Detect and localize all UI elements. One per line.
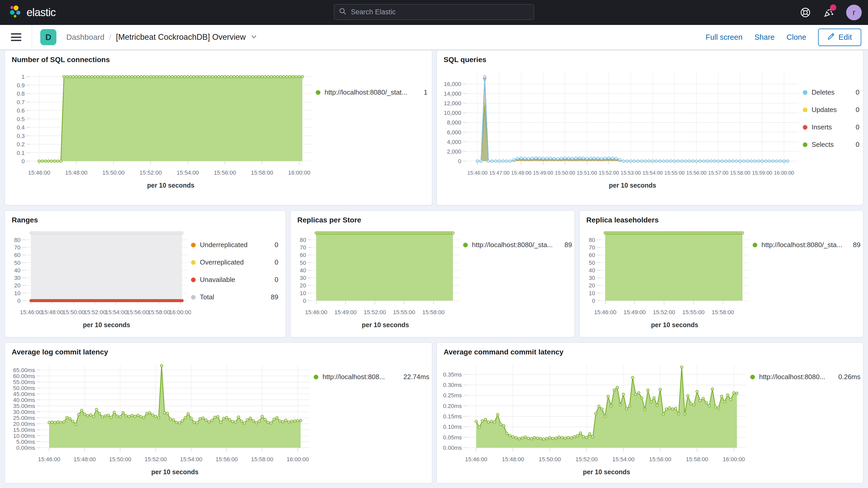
svg-text:50: 50 [14, 260, 21, 266]
search-input[interactable] [350, 8, 518, 17]
svg-text:15:47:00: 15:47:00 [489, 170, 509, 176]
legend-item[interactable]: http://localhost:808...22.74ms [314, 373, 429, 381]
legend-item[interactable]: Selects0 [803, 141, 860, 149]
help-icon[interactable] [799, 6, 811, 19]
legend-value: 0 [856, 106, 860, 114]
legend-value: 1 [424, 88, 428, 96]
svg-text:10: 10 [14, 290, 21, 297]
sql-connections-legend: http://localhost:8080/_stat...1 [316, 88, 428, 193]
svg-text:per 10 seconds: per 10 seconds [147, 182, 194, 189]
legend-value: 89 [564, 241, 572, 249]
svg-text:4,000: 4,000 [447, 139, 461, 145]
avg-command-commit-latency-plot[interactable]: 0.35ms0.30ms0.25ms0.20ms0.15ms0.10ms0.05… [441, 358, 750, 478]
legend-label: http://localhost:8080/_stat... [324, 88, 416, 96]
legend-label: Inserts [812, 123, 848, 131]
svg-text:0: 0 [458, 158, 461, 164]
global-search[interactable] [334, 4, 534, 20]
svg-text:0: 0 [303, 298, 306, 304]
svg-text:15:58:00: 15:58:00 [251, 170, 273, 176]
clone-link[interactable]: Clone [787, 33, 806, 41]
svg-text:15:52:00: 15:52:00 [599, 170, 619, 176]
sql-connections-plot[interactable]: 10.90.80.70.60.50.40.30.20.1015:46:0015:… [9, 65, 316, 193]
elastic-logo-icon [7, 4, 22, 21]
legend-item[interactable]: Unavailable0 [191, 276, 278, 284]
svg-text:15:50:00: 15:50:00 [102, 170, 125, 176]
panel-avg-command-commit-latency: Average command commit latency 0.35ms0.3… [437, 342, 863, 483]
svg-text:15:48:00: 15:48:00 [511, 170, 531, 176]
full-screen-link[interactable]: Full screen [706, 33, 742, 41]
svg-text:30: 30 [14, 275, 21, 281]
legend-label: Unavailable [200, 276, 268, 284]
legend-item[interactable]: Total89 [191, 293, 278, 301]
svg-text:50: 50 [300, 260, 306, 266]
legend-item[interactable]: Inserts0 [803, 123, 860, 131]
panel-title[interactable]: Average log commit latency [5, 343, 432, 356]
svg-text:per 10 seconds: per 10 seconds [151, 468, 198, 476]
sql-queries-legend: Deletes0Updates0Inserts0Selects0 [803, 88, 860, 193]
breadcrumb: Dashboard / [Metricbeat CockroachDB] Ove… [66, 32, 257, 42]
legend-swatch-icon [803, 90, 807, 95]
svg-text:0.30ms: 0.30ms [443, 382, 462, 388]
chevron-down-icon[interactable] [250, 33, 257, 41]
svg-text:60: 60 [589, 252, 595, 258]
svg-text:10: 10 [300, 290, 306, 297]
elastic-brand[interactable]: elastic [7, 4, 56, 21]
svg-text:0: 0 [18, 298, 21, 304]
svg-text:80: 80 [14, 237, 21, 243]
svg-text:15:52:00: 15:52:00 [653, 309, 675, 315]
legend-item[interactable]: Underreplicated0 [191, 241, 278, 249]
svg-text:0.00ms: 0.00ms [443, 445, 462, 451]
svg-text:15:46:00: 15:46:00 [20, 309, 42, 315]
panel-title[interactable]: SQL queries [437, 51, 863, 64]
edit-button[interactable]: Edit [818, 29, 861, 46]
legend-item[interactable]: http://localhost:8080/_sta...89 [753, 241, 861, 249]
legend-item[interactable]: Deletes0 [803, 88, 860, 96]
svg-text:15:46:00: 15:46:00 [28, 170, 51, 176]
svg-text:15:50:00: 15:50:00 [555, 170, 575, 176]
svg-text:15:54:00: 15:54:00 [177, 170, 199, 176]
svg-text:15:56:00: 15:56:00 [215, 456, 238, 462]
svg-text:15:49:00: 15:49:00 [623, 309, 646, 315]
legend-swatch-icon [314, 375, 318, 379]
app-header: elastic r [0, 0, 868, 25]
svg-text:15:48:00: 15:48:00 [73, 456, 96, 462]
legend-item[interactable]: Updates0 [803, 106, 860, 114]
panel-replica-leaseholders: Replica leaseholders 8070605040302010015… [579, 211, 863, 337]
legend-swatch-icon [803, 108, 807, 112]
panel-title[interactable]: Replicas per Store [290, 211, 575, 224]
svg-text:0: 0 [592, 298, 595, 304]
search-icon [339, 7, 347, 17]
legend-item[interactable]: http://localhost:8080/_stat...1 [316, 88, 428, 96]
page-title: [Metricbeat CockroachDB] Overview [116, 32, 246, 42]
legend-item[interactable]: Overreplicated0 [191, 258, 278, 266]
legend-value: 89 [271, 293, 278, 301]
svg-text:10: 10 [589, 290, 595, 297]
panel-title[interactable]: Ranges [5, 211, 286, 224]
avg-log-commit-latency-plot[interactable]: 65.00ms60.00ms55.00ms50.00ms45.00ms40.00… [9, 358, 314, 478]
legend-item[interactable]: http://localhost:8080...0.26ms [750, 373, 861, 381]
panel-title[interactable]: Replica leaseholders [580, 211, 863, 224]
user-avatar[interactable]: r [846, 5, 862, 20]
breadcrumb-dashboard[interactable]: Dashboard [66, 33, 104, 41]
menu-icon[interactable] [11, 33, 21, 41]
legend-item[interactable]: http://localhost:8080/_sta...89 [463, 241, 572, 249]
space-avatar[interactable]: D [40, 29, 56, 45]
svg-text:0.10ms: 0.10ms [443, 424, 462, 430]
replica-leaseholders-plot[interactable]: 8070605040302010015:46:0015:49:0015:52:0… [584, 226, 753, 330]
svg-text:15:56:00: 15:56:00 [214, 170, 236, 176]
svg-text:0.8: 0.8 [17, 90, 25, 97]
panel-title[interactable]: Average command commit latency [437, 343, 863, 356]
brand-name: elastic [27, 6, 56, 19]
svg-text:15:58:00: 15:58:00 [251, 456, 273, 462]
ranges-plot[interactable]: 8070605040302010015:46:0015:48:0015:50:0… [9, 226, 191, 330]
sql-queries-plot[interactable]: 16,00014,00012,00010,0008,0006,0004,0002… [441, 65, 803, 193]
news-feed-icon[interactable] [823, 6, 835, 19]
legend-label: Updates [812, 106, 848, 114]
share-link[interactable]: Share [754, 33, 774, 41]
toolbar-divider [32, 25, 32, 49]
svg-text:15:53:00: 15:53:00 [621, 170, 641, 176]
svg-text:0.15ms: 0.15ms [443, 413, 462, 420]
svg-text:16:00:00: 16:00:00 [774, 170, 794, 176]
replicas-per-store-plot[interactable]: 8070605040302010015:46:0015:49:0015:52:0… [295, 226, 463, 330]
panel-title[interactable]: Number of SQL connections [5, 51, 432, 64]
